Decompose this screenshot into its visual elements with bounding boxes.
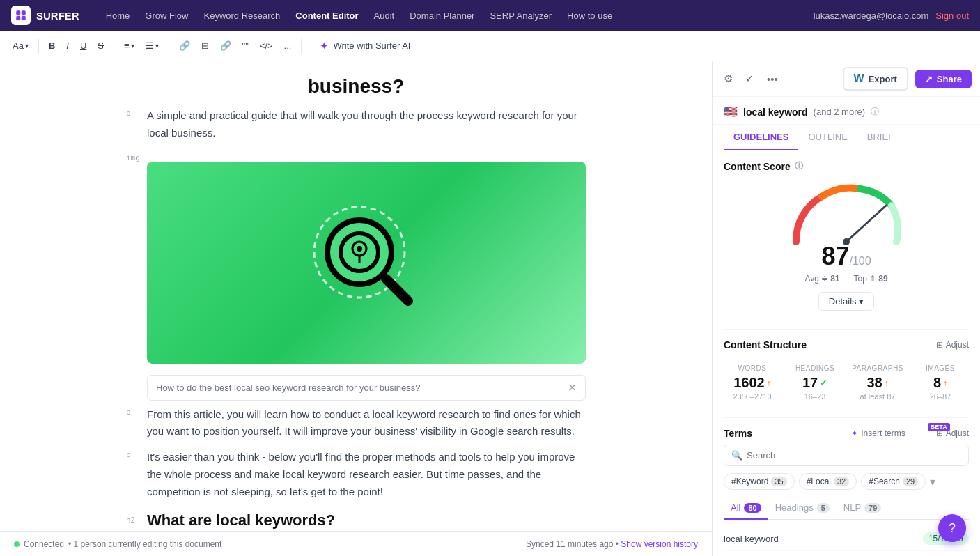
separator-2 [114, 39, 114, 53]
separator-3 [169, 39, 169, 53]
structure-header: Content Structure ⊞ Adjust [724, 339, 969, 350]
tag-local-label: #Local [807, 477, 831, 486]
para2-label: p [126, 408, 147, 417]
sub-tab-headings-count: 5 [817, 503, 830, 513]
signout-link[interactable]: Sign out [935, 10, 969, 21]
paragraphs-value: 38 ↑ [852, 375, 903, 391]
image-btn[interactable]: ⊞ [197, 38, 213, 54]
main-nav: Home Grow Flow Keyword Research Content … [99, 8, 800, 24]
check-btn[interactable]: ✓ [742, 70, 757, 88]
svg-point-10 [357, 246, 362, 252]
keyword-title: local keyword [743, 107, 808, 118]
image-caption-bar: How to do the best local seo keyword res… [147, 375, 586, 401]
words-arrow: ↑ [767, 378, 771, 388]
structure-adjust-btn[interactable]: ⊞ Adjust [936, 340, 969, 350]
link-btn[interactable]: 🔗 [175, 38, 194, 54]
avg-score: Avg ≑ 81 [804, 274, 839, 284]
divider-2 [724, 417, 969, 418]
info-icon[interactable]: ⓘ [871, 106, 879, 118]
nav-domain-planner[interactable]: Domain Planner [403, 8, 481, 24]
sub-tab-all[interactable]: All 80 [724, 497, 768, 520]
tab-guidelines[interactable]: GUIDELINES [724, 125, 798, 150]
nav-keyword-research[interactable]: Keyword Research [196, 8, 287, 24]
share-label: Share [937, 74, 962, 84]
logo-text: SURFER [36, 10, 79, 22]
italic-btn[interactable]: I [62, 38, 73, 54]
more-btn[interactable]: ... [280, 38, 296, 54]
bold-btn[interactable]: B [45, 38, 59, 54]
tag-chips: #Keyword 35 #Local 32 #Search 29 ▾ [724, 473, 969, 490]
underline-btn[interactable]: U [76, 38, 91, 54]
details-btn[interactable]: Details ▾ [818, 292, 874, 311]
terms-title: Terms [724, 428, 752, 439]
headings-label: HEADINGS [789, 364, 841, 372]
sub-tab-headings-label: Headings [775, 502, 814, 513]
content-score-info-icon[interactable]: ⓘ [795, 160, 803, 172]
tag-keyword[interactable]: #Keyword 35 [724, 473, 795, 490]
font-size-btn[interactable]: Aa ▾ [8, 38, 33, 54]
sub-tabs: All 80 Headings 5 NLP 79 [724, 497, 969, 520]
tab-brief[interactable]: BRIEF [857, 125, 903, 150]
term-name-0: local keyword [724, 534, 779, 544]
nav-grow-flow[interactable]: Grow Flow [138, 8, 195, 24]
magnifier-svg [290, 186, 443, 339]
strikethrough-btn[interactable]: S [93, 38, 108, 54]
nav-serp-analyzer[interactable]: SERP Analyzer [483, 8, 559, 24]
sub-tab-headings[interactable]: Headings 5 [768, 497, 837, 520]
write-with-surfer-ai-btn[interactable]: ✦ Write with Surfer AI [310, 36, 420, 56]
svg-line-13 [846, 206, 886, 242]
metrics-grid: WORDS 1602 ↑ 2356–2710 HEADINGS 17 ✓ 16–… [724, 357, 969, 408]
editor-title: business? [126, 75, 586, 98]
metric-headings: HEADINGS 17 ✓ 16–23 [786, 357, 843, 408]
insert-terms-btn[interactable]: ✦ Insert terms BETA [851, 428, 930, 438]
tag-search[interactable]: #Search 29 [861, 473, 926, 490]
editor-area[interactable]: business? p A simple and practical guide… [0, 61, 712, 556]
editing-text: • 1 person currently editing this docume… [68, 539, 221, 549]
nav-content-editor[interactable]: Content Editor [288, 8, 365, 24]
export-btn[interactable]: W Export [843, 67, 908, 91]
code-btn[interactable]: </> [256, 38, 277, 54]
sparkle-icon: ✦ [851, 428, 858, 438]
terms-search-input[interactable] [747, 450, 961, 461]
metric-paragraphs: PARAGRAPHS 38 ↑ at least 87 [849, 357, 906, 408]
version-history-link[interactable]: Show version history [621, 539, 698, 549]
top-navigation: SURFER Home Grow Flow Keyword Research C… [0, 0, 980, 31]
quote-btn[interactable]: "" [238, 38, 253, 54]
help-btn[interactable]: ? [938, 514, 966, 542]
h2-block: h2 What are local keywords? [126, 511, 586, 530]
list-btn[interactable]: ☰ ▾ [141, 38, 163, 54]
score-denom: /100 [849, 255, 871, 267]
tab-outline[interactable]: OUTLINE [798, 125, 857, 150]
editor-content: business? p A simple and practical guide… [98, 61, 614, 543]
search-icon: 🔍 [731, 450, 742, 461]
panel-tabs: GUIDELINES OUTLINE BRIEF [713, 125, 980, 150]
nav-audit[interactable]: Audit [367, 8, 402, 24]
terms-search-box[interactable]: 🔍 [724, 445, 969, 466]
align-btn[interactable]: ≡ ▾ [120, 38, 139, 54]
synced-text: Synced 11 minutes ago • [526, 539, 619, 549]
sub-tab-nlp[interactable]: NLP 79 [837, 497, 889, 520]
separator-4 [301, 39, 302, 53]
nav-how-to-use[interactable]: How to use [560, 8, 619, 24]
panel-more-btn[interactable]: ••• [764, 70, 781, 88]
image-block: img [126, 150, 586, 401]
hyperlink-btn[interactable]: 🔗 [216, 38, 235, 54]
nav-home[interactable]: Home [99, 8, 137, 24]
panel-scroll[interactable]: Content Score ⓘ [713, 150, 980, 556]
metric-words: WORDS 1602 ↑ 2356–2710 [724, 357, 781, 408]
paragraphs-arrow: ↑ [885, 378, 889, 388]
settings-btn[interactable]: ⚙ [721, 70, 736, 88]
images-arrow: ↑ [943, 378, 947, 388]
para3-label: p [126, 450, 147, 459]
logo-icon [11, 6, 31, 25]
para1-label: p [126, 109, 147, 118]
main-layout: business? p A simple and practical guide… [0, 61, 980, 556]
keyword-header: 🇺🇸 local keyword (and 2 more) ⓘ [713, 97, 980, 125]
tags-expand-btn[interactable]: ▾ [930, 473, 935, 490]
status-left: Connected • 1 person currently editing t… [14, 539, 221, 549]
flag-icon: 🇺🇸 [724, 105, 738, 118]
share-btn[interactable]: ↗ Share [915, 70, 972, 88]
share-icon: ↗ [925, 74, 933, 84]
image-caption-close-btn[interactable]: ✕ [568, 381, 577, 394]
tag-local[interactable]: #Local 32 [799, 473, 857, 490]
